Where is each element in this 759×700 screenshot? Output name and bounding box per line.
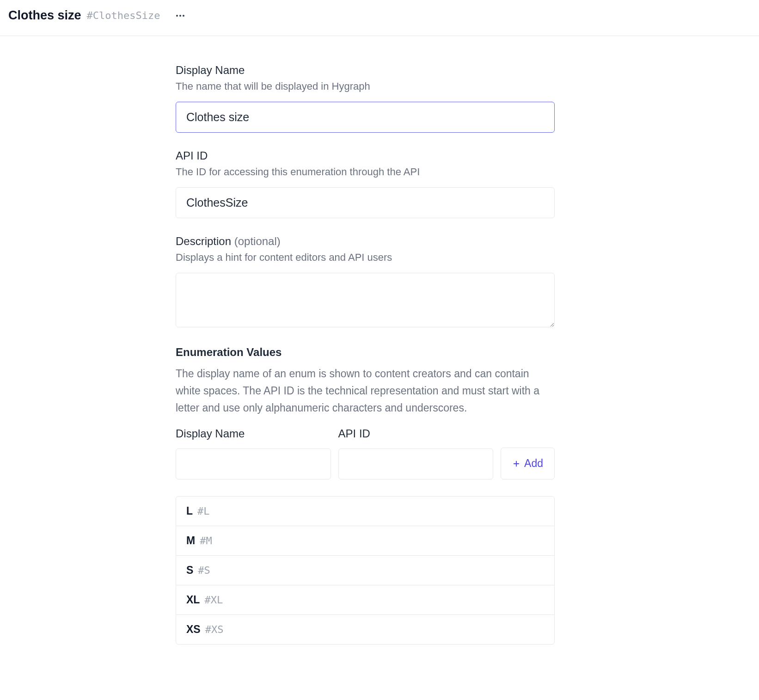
form-content: Display Name The name that will be displ… bbox=[0, 36, 555, 670]
enum-values-title: Enumeration Values bbox=[176, 346, 555, 359]
display-name-input[interactable] bbox=[176, 102, 555, 133]
enum-add-row: Display Name API ID Add bbox=[176, 427, 555, 479]
enum-value-api: #XS bbox=[205, 624, 224, 635]
enum-api-id-col: API ID bbox=[338, 427, 494, 479]
description-optional-text: (optional) bbox=[234, 235, 281, 247]
enum-value-display: S bbox=[186, 564, 193, 577]
more-actions-button[interactable] bbox=[174, 13, 186, 18]
enum-value-api: #L bbox=[197, 505, 210, 517]
add-button-label: Add bbox=[524, 457, 543, 470]
description-input[interactable] bbox=[176, 273, 555, 327]
enum-new-display-name-input[interactable] bbox=[176, 448, 331, 479]
enum-value-display: XL bbox=[186, 594, 200, 606]
plus-icon bbox=[512, 460, 520, 468]
enum-new-api-id-input[interactable] bbox=[338, 448, 494, 479]
description-hint: Displays a hint for content editors and … bbox=[176, 252, 555, 264]
page-title: Clothes size bbox=[8, 8, 81, 23]
display-name-hint: The name that will be displayed in Hygra… bbox=[176, 80, 555, 92]
display-name-label: Display Name bbox=[176, 64, 555, 77]
enum-display-name-col: Display Name bbox=[176, 427, 331, 479]
api-id-input[interactable] bbox=[176, 187, 555, 218]
list-item[interactable]: XS #XS bbox=[176, 615, 554, 644]
enum-value-display: M bbox=[186, 534, 195, 547]
enum-display-name-header: Display Name bbox=[176, 427, 331, 440]
dots-horizontal-icon bbox=[176, 15, 178, 17]
list-item[interactable]: M #M bbox=[176, 526, 554, 556]
api-id-group: API ID The ID for accessing this enumera… bbox=[176, 149, 555, 218]
enum-api-id-header: API ID bbox=[338, 427, 494, 440]
description-group: Description (optional) Displays a hint f… bbox=[176, 235, 555, 329]
enum-value-api: #S bbox=[198, 565, 210, 576]
enum-value-display: L bbox=[186, 505, 193, 517]
enum-values-group: Enumeration Values The display name of a… bbox=[176, 346, 555, 645]
enum-value-api: #XL bbox=[204, 594, 223, 606]
list-item[interactable]: XL #XL bbox=[176, 585, 554, 615]
page-tag: #ClothesSize bbox=[87, 10, 160, 21]
enum-value-display: XS bbox=[186, 623, 201, 636]
list-item[interactable]: L #L bbox=[176, 497, 554, 526]
list-item[interactable]: S #S bbox=[176, 556, 554, 585]
page-header: Clothes size #ClothesSize bbox=[0, 0, 759, 36]
add-enum-value-button[interactable]: Add bbox=[501, 448, 555, 479]
enum-values-list: L #L M #M S #S XL #XL XS #XS bbox=[176, 496, 555, 645]
description-label-text: Description bbox=[176, 235, 231, 247]
display-name-group: Display Name The name that will be displ… bbox=[176, 64, 555, 133]
api-id-label: API ID bbox=[176, 149, 555, 162]
enum-values-hint: The display name of an enum is shown to … bbox=[176, 365, 555, 416]
api-id-hint: The ID for accessing this enumeration th… bbox=[176, 166, 555, 178]
description-label: Description (optional) bbox=[176, 235, 555, 248]
enum-value-api: #M bbox=[200, 535, 212, 546]
